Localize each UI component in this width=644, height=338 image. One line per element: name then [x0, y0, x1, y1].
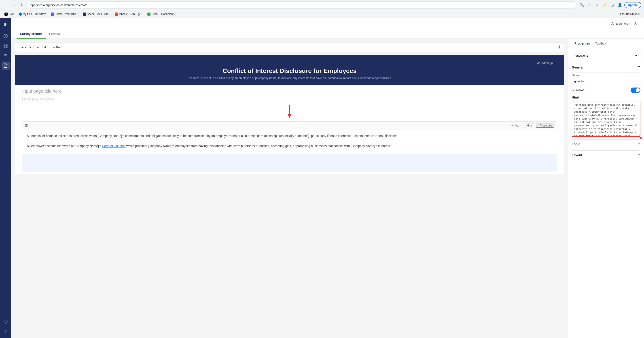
survey-page-desc[interactable]: Enter a page description — [15, 97, 564, 104]
bookmark-icon[interactable]: ☆ — [594, 2, 600, 8]
html-section-label: Html — [572, 96, 640, 99]
general-section-header[interactable]: General ⌃ — [572, 63, 640, 72]
question-copy-icon[interactable] — [516, 124, 518, 128]
visible-toggle[interactable] — [630, 88, 640, 93]
sidebar-item-settings[interactable] — [2, 318, 10, 326]
profile-icon[interactable]: 👤 — [617, 2, 623, 8]
onedrive-icon — [19, 13, 22, 16]
undo-label: Undo — [40, 46, 48, 49]
redo-button[interactable]: ↪ Redo — [51, 45, 65, 50]
bookmark-client[interactable]: Client – Document... — [146, 12, 178, 16]
question-paragraph-1: A potential or actual conflict of intere… — [27, 133, 552, 138]
search-icon[interactable]: 🔍 — [579, 2, 585, 8]
properties-button[interactable]: Properties › — [536, 124, 554, 128]
survey-title: Conflict of Interest Disclosure for Empl… — [22, 67, 557, 75]
sidebar-item-dashboard[interactable] — [2, 32, 10, 40]
question-selector[interactable]: .question1 ▼ — [572, 52, 640, 59]
html-button[interactable]: Html — [525, 123, 534, 128]
bookmark-portal[interactable]: Portal | Productbo... — [49, 12, 80, 16]
bookmark-onedrive[interactable]: My files – OneDrive — [17, 12, 48, 16]
forward-button[interactable]: → — [11, 2, 17, 8]
bookmark-speeki[interactable]: Speeki Social Tric... — [81, 12, 112, 16]
question-text: A potential or actual conflict of intere… — [27, 133, 552, 148]
right-panel: Properties Toolbox .question1 ▼ General … — [568, 39, 644, 338]
editor-area: page1 ▼ ↩ Undo ↪ Redo — [11, 39, 644, 338]
undo-button[interactable]: ↩ Undo — [35, 45, 49, 50]
question-selector-chevron: ▼ — [634, 54, 638, 57]
visible-toggle-row: Is visible? — [572, 88, 640, 93]
name-field-label: Name — [572, 74, 640, 77]
sidebar-item-analytics[interactable] — [2, 42, 10, 50]
panel-body: .question1 ▼ General ⌃ Name — [568, 48, 644, 338]
sidebar-item-user[interactable] — [2, 327, 10, 335]
survey-bottom-section — [22, 154, 557, 172]
bookmark-gmail-label: Inbox (1,129) – ge... — [119, 13, 143, 16]
svg-rect-17 — [517, 125, 518, 127]
bookmark-speeki-label: Speeki Social Tric... — [87, 13, 110, 16]
general-collapse-icon: ⌃ — [638, 65, 640, 69]
app-container: S< — [0, 18, 644, 338]
tabs-bar: Survey creator Preview — [11, 29, 644, 39]
survey-subtitle: This form is meant to be filled out by a… — [22, 76, 557, 80]
name-field-group: Name — [572, 74, 640, 85]
logic-chevron-icon: ▼ — [638, 143, 640, 146]
bookmark-onedrive-label: My files – OneDrive — [23, 13, 46, 16]
other-bookmarks[interactable]: Other Bookmarks — [617, 12, 641, 16]
need-help-link[interactable]: Need help? — [611, 22, 630, 25]
question-toolbar: ☰ ⋯ Html — [22, 122, 557, 130]
svg-point-9 — [5, 330, 6, 331]
question-settings-icon[interactable] — [510, 124, 514, 128]
page-selector-value: page1 — [20, 46, 28, 49]
add-logo-button[interactable]: Add logo... — [535, 61, 557, 66]
bookmark-gmail[interactable]: Inbox (1,129) – ge... — [113, 12, 145, 16]
svg-point-8 — [5, 321, 6, 322]
tab-survey-creator[interactable]: Survey creator — [16, 29, 46, 39]
red-arrow-container — [15, 104, 564, 120]
url-text: app.speeki.org/disclosures/templates/cre… — [31, 3, 573, 7]
settings-button[interactable] — [558, 45, 562, 50]
extensions-icon[interactable]: ⚡ — [602, 2, 608, 8]
name-field-input[interactable] — [572, 78, 640, 85]
update-button[interactable]: Update — [624, 2, 641, 8]
editor-toolbar: page1 ▼ ↩ Undo ↪ Redo — [15, 43, 564, 52]
sidebar-item-pages[interactable] — [2, 62, 10, 70]
download-icon[interactable]: ⇩ — [586, 2, 592, 8]
gear-icon — [558, 45, 562, 49]
general-section-title: General — [572, 66, 584, 69]
canvas-area: page1 ▼ ↩ Undo ↪ Redo — [11, 39, 568, 338]
reload-button[interactable]: ↻ — [19, 2, 25, 8]
logic-section-header[interactable]: Logic ▼ — [572, 140, 640, 149]
client-icon — [147, 13, 150, 16]
question-paragraph-2: All employees should be aware of [Compan… — [27, 144, 552, 148]
sidebar-item-list[interactable] — [2, 52, 10, 60]
survey-canvas: Add logo... Conflict of Interest Disclos… — [15, 55, 564, 174]
html-section: Html <p><span data-contrast="auto">A pot… — [572, 96, 640, 138]
power-button[interactable] — [632, 21, 639, 27]
svg-marker-15 — [287, 114, 292, 118]
tab-preview[interactable]: Preview — [46, 29, 64, 39]
panel-tab-properties[interactable]: Properties — [572, 39, 592, 48]
question-more-icon[interactable]: ⋯ — [520, 124, 524, 127]
top-bar: Need help? — [11, 18, 644, 29]
page-selector[interactable]: page1 ▼ — [18, 45, 34, 50]
code-of-conduct-link[interactable]: Code of Conduct — [102, 144, 126, 148]
html-textarea[interactable]: <p><span data-contrast="auto">A potentia… — [572, 101, 640, 137]
add-logo-label: Add logo... — [541, 61, 555, 65]
address-bar[interactable]: app.speeki.org/disclosures/templates/cre… — [27, 1, 577, 9]
svg-rect-4 — [4, 46, 5, 48]
question-p2-after: which prohibits [Company Name]'s employe… — [126, 144, 391, 148]
layout-chevron-icon: ▼ — [638, 154, 640, 157]
logic-section-title: Logic — [572, 142, 580, 146]
back-button[interactable]: ← — [3, 2, 9, 8]
sidebar-bottom — [2, 318, 10, 335]
survey-page-title[interactable]: Input page title here — [15, 85, 564, 97]
question-toolbar-right: ⋯ Html Properties › — [510, 123, 554, 128]
drag-handle-icon[interactable]: ☰ — [25, 124, 28, 127]
bookmark-craft[interactable]: C Craft — [3, 12, 16, 16]
panel-tab-toolbox[interactable]: Toolbox — [592, 39, 609, 48]
visible-toggle-label: Is visible? — [572, 89, 584, 92]
sidebar-toggle-icon[interactable]: ▢ — [609, 2, 616, 8]
svg-rect-3 — [6, 46, 8, 48]
layout-section-header[interactable]: Layout ▼ — [572, 151, 640, 160]
svg-point-18 — [537, 125, 538, 126]
